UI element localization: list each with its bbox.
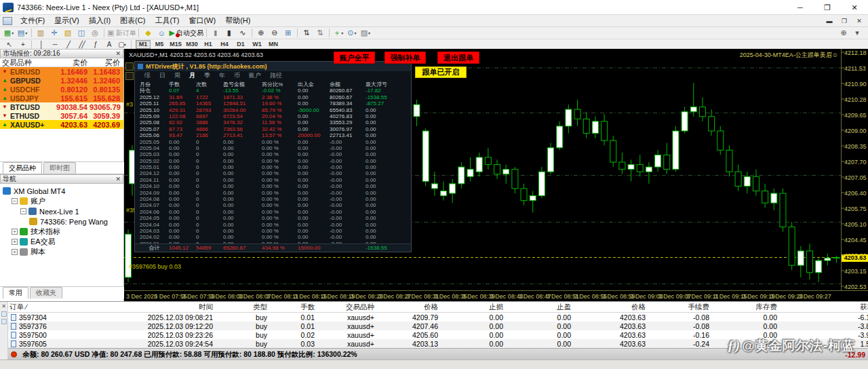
toolbar-overflow-icon[interactable]: ▾: [850, 28, 864, 39]
nav-item[interactable]: XM Global MT4: [3, 186, 123, 196]
col-bid[interactable]: 卖价: [53, 58, 90, 68]
menu-item-2[interactable]: 插入(I): [84, 15, 115, 26]
market-watch-row-btcusd[interactable]: ▼BTCUSD93038.5493065.79: [0, 102, 123, 111]
terminal-icon[interactable]: ◫: [75, 28, 88, 39]
bar-chart-icon[interactable]: ‖: [209, 28, 222, 39]
orders-column-label[interactable]: 止损: [443, 303, 509, 312]
stats-tab[interactable]: 日: [159, 71, 165, 80]
zoom-in-icon[interactable]: ⊕: [254, 28, 268, 39]
navigator-tab[interactable]: 收藏夹: [30, 287, 62, 298]
market-watch-row-xauusd+[interactable]: ▲XAUUSD+4203.634203.69: [0, 120, 123, 129]
data-window-icon[interactable]: ✛: [47, 28, 61, 39]
channel-icon[interactable]: ╱╱: [75, 40, 88, 49]
col-symbol[interactable]: 交易品种: [0, 58, 53, 68]
chart-window-icon[interactable]: [3, 17, 12, 25]
nav-item[interactable]: +技术指标: [3, 227, 123, 237]
crosshair-icon[interactable]: +: [16, 40, 29, 49]
timeframe-m5[interactable]: M5: [152, 40, 167, 49]
orders-column-label[interactable]: 止盈: [509, 303, 576, 312]
stats-tab[interactable]: 路径: [270, 71, 282, 80]
nav-item[interactable]: +脚本: [3, 247, 123, 257]
force-fill-button[interactable]: 强制补单: [384, 52, 426, 64]
market-watch-row-eurusd[interactable]: ▼EURUSD1.164691.16483: [0, 67, 123, 76]
market-watch-icon[interactable]: ▥: [34, 28, 47, 39]
orders-column-label[interactable]: 时间: [123, 303, 218, 312]
cursor-icon[interactable]: ↖: [2, 40, 16, 49]
collapse-icon[interactable]: −: [20, 208, 26, 214]
shapes-icon[interactable]: ▢▾: [115, 40, 129, 49]
market-watch-tab[interactable]: 即时图: [43, 162, 76, 174]
timeframe-w1[interactable]: W1: [250, 40, 264, 49]
stats-tab[interactable]: 账户: [249, 71, 261, 80]
timeframe-h4[interactable]: H4: [217, 40, 232, 49]
fibonacci-icon[interactable]: ƒ: [88, 40, 102, 49]
orders-column-label[interactable]: 订单 ∕: [8, 303, 123, 312]
market-watch-row-ethusd[interactable]: ▼ETHUSD3057.643059.39: [0, 111, 123, 120]
navigator-close-icon[interactable]: ✕: [115, 176, 121, 182]
stats-tab[interactable]: 季: [204, 71, 210, 80]
menu-item-6[interactable]: 帮助(H): [220, 15, 255, 26]
navigator-icon[interactable]: ▧: [61, 28, 75, 39]
orders-column-label[interactable]: 获利: [783, 303, 868, 312]
orders-column-label[interactable]: 交易品种: [320, 303, 380, 312]
add-indicator-icon[interactable]: ＋▾: [332, 28, 345, 39]
chart-overlay-icon[interactable]: [125, 62, 134, 71]
stats-tab[interactable]: 年: [219, 71, 225, 80]
market-watch-row-usdjpy[interactable]: ▲USDJPY155.615155.628: [0, 94, 123, 102]
timeframe-m1[interactable]: M1: [136, 40, 151, 49]
timeframe-d1[interactable]: D1: [233, 40, 248, 49]
orders-column-label[interactable]: 手数: [273, 303, 320, 312]
profiles-icon[interactable]: ▤▾: [16, 28, 29, 39]
menu-item-4[interactable]: 工具(T): [150, 15, 184, 26]
menu-item-3[interactable]: 图表(C): [115, 15, 150, 26]
expert-advisor-icon[interactable]: ☺: [155, 28, 168, 39]
text-tool-icon[interactable]: A: [102, 40, 115, 49]
child-restore-button[interactable]: ❐: [837, 15, 852, 26]
collapse-icon[interactable]: −: [12, 198, 18, 204]
object-list-icon[interactable]: ⇅: [313, 28, 327, 39]
menu-item-1[interactable]: 显示(V): [50, 15, 84, 26]
orders-column-label[interactable]: 价格: [380, 303, 443, 312]
autotrading-icon[interactable]: ▶自动交易: [168, 28, 203, 39]
strategy-tester-icon[interactable]: ◎: [88, 28, 102, 39]
timeframe-m15[interactable]: M15: [168, 40, 183, 49]
child-minimize-button[interactable]: ▬: [822, 15, 837, 26]
stats-tab[interactable]: 周: [174, 71, 180, 80]
market-watch-tab[interactable]: 交易品种: [3, 162, 42, 174]
stats-tab[interactable]: 月: [189, 71, 195, 80]
close-button[interactable]: ✕: [841, 0, 868, 15]
market-watch-row-usdchf[interactable]: ▲USDCHF0.801200.80135: [0, 85, 123, 94]
template-icon[interactable]: ▨▾: [359, 28, 372, 39]
close-all-button[interactable]: 账户全平: [334, 52, 375, 64]
order-row-3597376[interactable]: 35973762025.12.03 09:12:20buy0.01xauusd+…: [8, 322, 868, 330]
new-order-icon[interactable]: ▣新订单: [106, 28, 136, 39]
order-row-3597304[interactable]: 35973042025.12.03 09:08:21buy0.01xauusd+…: [8, 313, 868, 322]
chart-overlay-icon[interactable]: [125, 72, 134, 80]
expand-icon[interactable]: +: [12, 229, 18, 235]
timeframe-h1[interactable]: H1: [201, 40, 216, 49]
menu-item-5[interactable]: 窗口(W): [184, 15, 220, 26]
period-icon[interactable]: ⊙▾: [345, 28, 359, 39]
vertical-line-icon[interactable]: │: [34, 40, 47, 49]
orders-column-label[interactable]: 库存费: [715, 303, 783, 312]
orders-column-label[interactable]: 价格: [576, 303, 651, 312]
tile-windows-icon[interactable]: ⊞: [281, 28, 295, 39]
toolbar-search-icon[interactable]: ⊕: [837, 28, 850, 39]
candlestick-icon[interactable]: ▮: [222, 28, 236, 39]
navigator-tab[interactable]: 常用: [3, 287, 28, 298]
maximize-button[interactable]: ❐: [814, 0, 841, 15]
orders-column-label[interactable]: 类型: [218, 303, 273, 312]
zoom-out-icon[interactable]: ⊖: [268, 28, 281, 39]
menu-item-0[interactable]: 文件(F): [16, 15, 50, 26]
terminal-tab-icon[interactable]: [1, 311, 7, 317]
line-chart-icon[interactable]: ∿: [236, 28, 250, 39]
child-close-button[interactable]: ✕: [852, 15, 867, 26]
follow-status-button[interactable]: 跟单已开启: [415, 66, 467, 78]
expand-icon[interactable]: +: [12, 239, 18, 245]
stats-tab[interactable]: 综: [144, 71, 151, 80]
minimize-button[interactable]: ─: [787, 0, 814, 15]
new-chart-icon[interactable]: ▦▾: [2, 28, 16, 39]
market-watch-row-gbpusd[interactable]: ▲GBPUSD1.324461.32460: [0, 76, 123, 85]
timeframe-m30[interactable]: M30: [184, 40, 199, 49]
metaeditor-icon[interactable]: ◆: [141, 28, 155, 39]
